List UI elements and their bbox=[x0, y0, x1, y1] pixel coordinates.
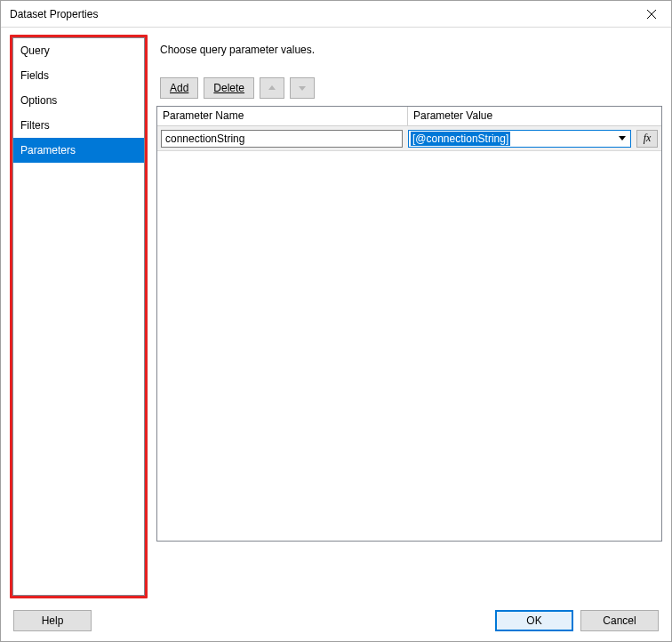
expression-button[interactable]: fx bbox=[636, 130, 658, 148]
sidebar-item-query[interactable]: Query bbox=[13, 38, 144, 63]
column-header-value[interactable]: Parameter Value bbox=[408, 107, 661, 125]
arrow-down-icon bbox=[298, 84, 307, 92]
sidebar-item-options[interactable]: Options bbox=[13, 88, 144, 113]
page-heading: Choose query parameter values. bbox=[156, 44, 662, 56]
help-button[interactable]: Help bbox=[13, 610, 92, 631]
cancel-button[interactable]: Cancel bbox=[580, 610, 659, 631]
dialog-footer: Help OK Cancel bbox=[1, 598, 671, 641]
window-title: Dataset Properties bbox=[10, 8, 98, 20]
sidebar-item-filters[interactable]: Filters bbox=[13, 113, 144, 138]
help-button-label: Help bbox=[42, 614, 64, 627]
sidebar-item-parameters[interactable]: Parameters bbox=[13, 138, 144, 163]
move-down-button[interactable] bbox=[290, 77, 315, 99]
cell-parameter-name bbox=[161, 130, 403, 148]
sidebar-item-label: Query bbox=[20, 44, 50, 57]
dialog-body: Query Fields Options Filters Parameters … bbox=[1, 28, 671, 598]
grid-empty-area bbox=[157, 151, 661, 541]
delete-button[interactable]: Delete bbox=[204, 77, 254, 99]
cancel-button-label: Cancel bbox=[603, 614, 636, 627]
cell-parameter-value: [@connectionString] bbox=[408, 130, 631, 148]
move-up-button[interactable] bbox=[260, 77, 284, 99]
toolbar: Add Delete bbox=[156, 77, 662, 99]
arrow-up-icon bbox=[268, 84, 276, 92]
parameter-name-input[interactable] bbox=[161, 130, 403, 148]
grid-row: [@connectionString] fx bbox=[157, 126, 661, 151]
add-button[interactable]: Add bbox=[160, 77, 198, 99]
delete-button-label: Delete bbox=[213, 82, 244, 94]
chevron-down-icon bbox=[619, 136, 626, 140]
ok-button-label: OK bbox=[526, 614, 541, 627]
dialog-dataset-properties: Dataset Properties Query Fields Options … bbox=[0, 0, 672, 642]
sidebar-item-label: Fields bbox=[20, 69, 49, 82]
sidebar-item-label: Filters bbox=[20, 119, 50, 132]
close-icon bbox=[647, 10, 656, 19]
sidebar-item-label: Parameters bbox=[20, 144, 76, 156]
fx-icon: fx bbox=[644, 132, 652, 145]
column-header-name[interactable]: Parameter Name bbox=[157, 107, 408, 125]
sidebar-item-label: Options bbox=[20, 94, 57, 107]
grid-header: Parameter Name Parameter Value bbox=[157, 107, 661, 126]
combo-selected-text: [@connectionString] bbox=[411, 132, 510, 146]
ok-button[interactable]: OK bbox=[495, 610, 573, 631]
sidebar: Query Fields Options Filters Parameters bbox=[12, 37, 145, 596]
content-pane: Choose query parameter values. Add Delet… bbox=[156, 35, 662, 598]
close-button[interactable] bbox=[631, 1, 671, 28]
sidebar-item-fields[interactable]: Fields bbox=[13, 63, 144, 88]
combo-dropdown-button[interactable] bbox=[614, 131, 630, 147]
add-button-label: Add bbox=[170, 82, 188, 94]
sidebar-highlight-box: Query Fields Options Filters Parameters bbox=[10, 35, 148, 598]
titlebar: Dataset Properties bbox=[1, 1, 671, 28]
combo-selected: [@connectionString] bbox=[409, 131, 614, 147]
parameter-value-combo[interactable]: [@connectionString] bbox=[408, 130, 631, 148]
parameters-grid: Parameter Name Parameter Value [@connect… bbox=[156, 106, 662, 542]
